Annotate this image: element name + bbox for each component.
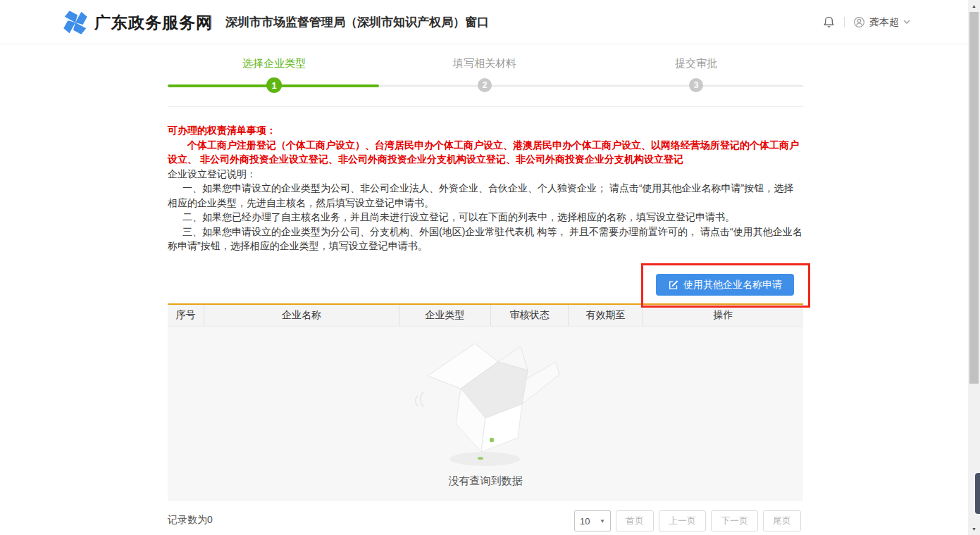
col-header-valid-until: 有效期至 (569, 305, 643, 326)
name-list-table: 序号 企业名称 企业类型 审核状态 有效期至 操作 没有查询到数据 (168, 303, 803, 501)
notice-item-2: 二、如果您已经办理了自主核名业务，并且尚未进行设立登记，可以在下面的列表中，选择… (168, 210, 803, 225)
table-empty-body: 没有查询到数据 (168, 327, 803, 501)
last-page-button[interactable]: 尾页 (763, 510, 801, 531)
notice-red-body: 个体工商户注册登记（个体工商户设立）、台湾居民申办个体工商户设立、港澳居民申办个… (168, 138, 803, 167)
prev-page-button[interactable]: 上一页 (659, 510, 706, 531)
section-divider (168, 106, 803, 107)
scrollbar-down-arrow[interactable]: ▼ (968, 523, 980, 535)
user-avatar-icon (853, 16, 865, 28)
scrollbar-thumb[interactable] (969, 12, 979, 384)
step-label-1: 选择企业类型 (242, 57, 306, 70)
step-label-3: 提交审批 (675, 57, 717, 70)
collapsed-side-widget[interactable] (975, 473, 980, 514)
user-name: 龚本超 (869, 16, 899, 29)
col-header-review-status: 审核状态 (491, 305, 569, 326)
notification-bell-icon[interactable] (822, 15, 836, 29)
scrollbar-up-arrow[interactable]: ▲ (968, 0, 980, 12)
page-size-select[interactable]: 10 ▼ (574, 510, 611, 531)
first-page-button[interactable]: 首页 (616, 510, 654, 531)
pagination: 10 ▼ 首页 上一页 下一页 尾页 (574, 510, 801, 531)
col-header-company-name: 企业名称 (204, 305, 399, 326)
user-menu[interactable]: 龚本超 (853, 16, 910, 29)
empty-state-text: 没有查询到数据 (449, 474, 523, 488)
window-title: 深圳市市场监督管理局（深圳市知识产权局）窗口 (225, 14, 489, 30)
main-content: 选择企业类型 填写相关材料 提交审批 1 2 3 可办理的权责清单事项： 个体工… (168, 44, 803, 535)
site-name: 广东政务服务网 (94, 12, 213, 34)
record-count: 记录数为0 (168, 514, 213, 527)
notice-desc-title: 企业设立登记说明： (168, 167, 803, 182)
step-dot-2: 2 (478, 78, 492, 92)
col-header-company-type: 企业类型 (399, 305, 491, 326)
col-header-seq: 序号 (168, 305, 204, 326)
step-label-2: 填写相关材料 (453, 57, 516, 70)
notice-item-1: 一、如果您申请设立的企业类型为公司、非公司企业法人、外资企业、合伙企业、个人独资… (168, 181, 803, 210)
use-other-name-button[interactable]: 使用其他企业名称申请 (656, 274, 794, 296)
select-caret-icon: ▼ (600, 518, 605, 524)
vertical-scrollbar[interactable]: ▲ ▼ (968, 0, 980, 535)
table-header-row: 序号 企业名称 企业类型 审核状态 有效期至 操作 (168, 305, 803, 327)
header-divider (211, 15, 212, 30)
page-size-value: 10 (580, 516, 590, 527)
site-logo[interactable]: 广东政务服务网 (62, 9, 213, 36)
app-header: 广东政务服务网 深圳市市场监督管理局（深圳市知识产权局）窗口 龚本超 (0, 0, 980, 44)
notice-block: 可办理的权责清单事项： 个体工商户注册登记（个体工商户设立）、台湾居民申办个体工… (168, 123, 803, 253)
notice-red-title: 可办理的权责清单事项： (168, 123, 803, 138)
next-page-button[interactable]: 下一页 (711, 510, 758, 531)
step-dot-3: 3 (689, 78, 703, 92)
empty-box-illustration (408, 334, 563, 472)
header-right-divider (844, 17, 845, 27)
step-dot-1: 1 (266, 77, 282, 93)
use-other-name-button-label: 使用其他企业名称申请 (683, 279, 782, 291)
chevron-down-icon (903, 20, 910, 25)
col-header-actions: 操作 (643, 305, 803, 326)
notice-item-3: 三、如果您申请设立的企业类型为分公司、分支机构、外国(地区)企业常驻代表机 构等… (168, 225, 803, 253)
edit-icon (668, 279, 678, 290)
govt-logo-icon (62, 9, 89, 36)
